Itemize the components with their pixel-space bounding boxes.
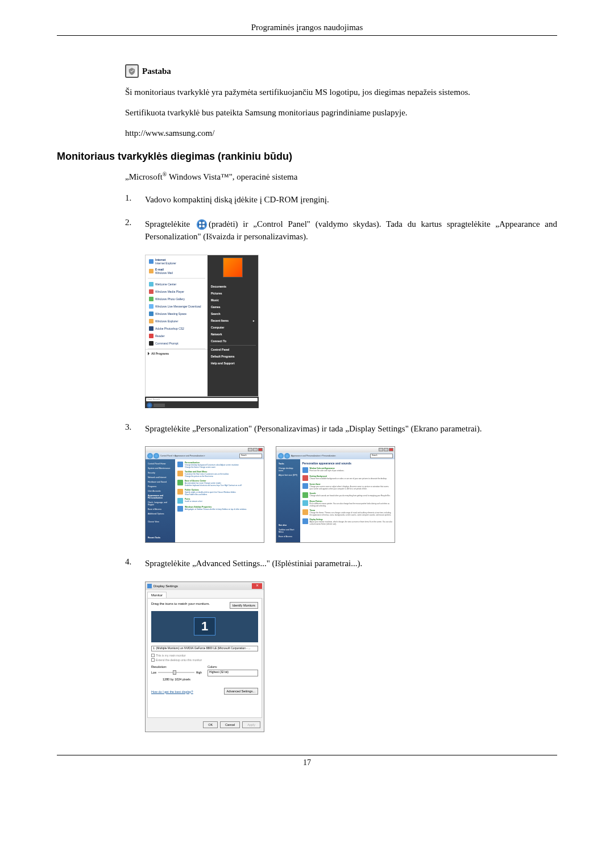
note-icon bbox=[125, 64, 139, 78]
display-settings-screenshot: Display Settings ✕ Monitor Drag the icon… bbox=[145, 582, 557, 732]
resolution-slider: Low High bbox=[151, 670, 202, 675]
personalization-window: Appearance and Personalization > Persona… bbox=[276, 446, 395, 543]
cancel-button: Cancel bbox=[220, 721, 240, 728]
identify-monitors-button: Identify Monitors bbox=[230, 602, 258, 609]
advanced-settings-button: Advanced Settings... bbox=[224, 688, 258, 695]
step-2: 2. Spragtelėkite (pradėti) ir „Control P… bbox=[125, 218, 557, 243]
monitor-preview: 1 bbox=[151, 611, 258, 642]
step-3: 3. Spragtelėkite „Personalization" (Pers… bbox=[125, 422, 557, 435]
page-header: Programinės įrangos naudojimas bbox=[57, 23, 557, 36]
twopanel-screenshot: Control Panel > Appearance and Personali… bbox=[145, 446, 557, 543]
note-url: http://www.samsung.com/ bbox=[125, 127, 557, 139]
note-block: Pastaba Ši monitoriaus tvarkyklė yra paž… bbox=[125, 64, 557, 139]
step-1: 1. Vadovo kompaktinį diską įdėkite į CD-… bbox=[125, 193, 557, 206]
section-heading: Monitoriaus tvarkyklės diegimas (rankini… bbox=[57, 151, 557, 163]
step-4: 4. Spragtelėkite „Advanced Settings..." … bbox=[125, 557, 557, 570]
os-text: „Microsoft® Windows Vista™", operacinė s… bbox=[125, 171, 557, 182]
control-panel-window: Control Panel > Appearance and Personali… bbox=[145, 446, 264, 543]
note-p1: Ši monitoriaus tvarkyklė yra pažymėta se… bbox=[125, 86, 557, 98]
windows-start-icon bbox=[196, 219, 208, 230]
colors-dropdown: Highest (32 bit) bbox=[208, 670, 258, 676]
startmenu-screenshot: InternetInternet Explorer E-mailWindows … bbox=[145, 255, 557, 408]
checkbox bbox=[151, 658, 155, 662]
monitor-dropdown: 1. (Multiple Monitors) on NVIDIA GeForce… bbox=[151, 646, 258, 651]
close-icon: ✕ bbox=[252, 583, 262, 589]
apply-button: Apply bbox=[242, 721, 260, 728]
note-p2: Sertifikuota tvarkyklė bus pateikta Sams… bbox=[125, 107, 557, 119]
page-number: 17 bbox=[57, 755, 557, 767]
note-label: Pastaba bbox=[142, 67, 171, 76]
checkbox bbox=[151, 654, 155, 657]
ok-button: OK bbox=[203, 721, 218, 728]
help-link: How do I get the best display? bbox=[151, 690, 193, 693]
